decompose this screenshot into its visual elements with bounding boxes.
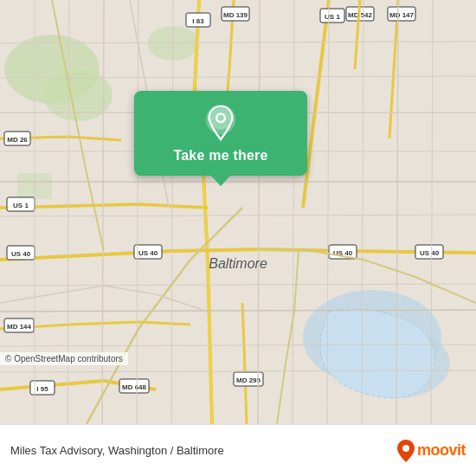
- svg-text:I 83: I 83: [192, 17, 204, 25]
- svg-text:MD 648: MD 648: [122, 383, 147, 391]
- svg-text:MD 147: MD 147: [389, 11, 415, 19]
- take-me-there-button[interactable]: Take me there: [173, 148, 267, 164]
- app: I 83 US 1 US 40 US 40 US 40 US 40 US 1 M…: [0, 0, 476, 476]
- moovit-pin-icon: [396, 439, 415, 463]
- svg-text:US 1: US 1: [13, 202, 29, 209]
- location-pin-icon: [203, 105, 239, 141]
- svg-text:I 95: I 95: [36, 385, 48, 393]
- svg-text:MD 144: MD 144: [7, 323, 32, 331]
- svg-point-62: [402, 445, 409, 452]
- svg-text:Baltimore: Baltimore: [209, 256, 267, 271]
- location-info-text: Miles Tax Advisory, Washington / Baltimo…: [10, 444, 224, 457]
- map-attribution: © OpenStreetMap contributors: [0, 352, 128, 365]
- svg-text:MD 139: MD 139: [223, 11, 248, 19]
- svg-text:US 40: US 40: [420, 249, 440, 257]
- map-container[interactable]: I 83 US 1 US 40 US 40 US 40 US 40 US 1 M…: [0, 0, 476, 424]
- svg-text:US 40: US 40: [11, 250, 31, 258]
- popup-card[interactable]: Take me there: [134, 91, 307, 176]
- svg-text:MD 26: MD 26: [7, 136, 28, 144]
- moovit-brand-text: moovit: [417, 441, 466, 460]
- svg-point-4: [43, 69, 113, 121]
- svg-text:US 40: US 40: [138, 249, 158, 257]
- svg-text:US 1: US 1: [325, 13, 340, 21]
- moovit-logo: moovit: [396, 439, 466, 463]
- svg-text:MD 295: MD 295: [236, 376, 261, 384]
- info-bar: Miles Tax Advisory, Washington / Baltimo…: [0, 424, 476, 476]
